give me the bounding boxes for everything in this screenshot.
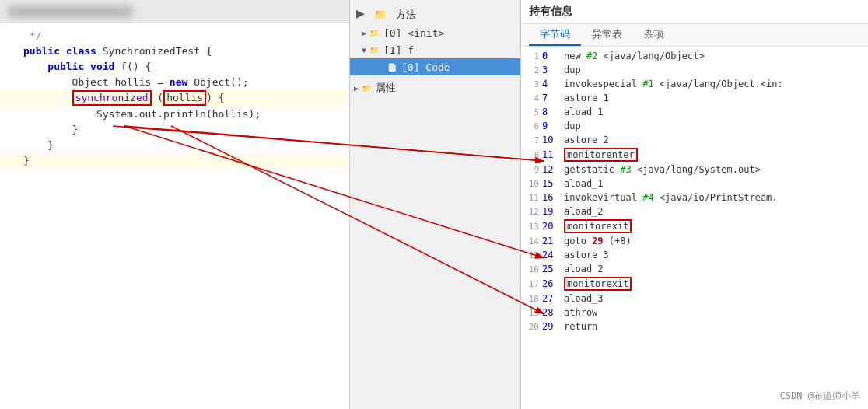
code-line-close2: }	[0, 138, 349, 153]
code-line-comment: */	[0, 27, 349, 43]
watermark: CSDN @布道师小羊	[780, 390, 860, 403]
bc-row-15: 15 24 astore_3	[521, 248, 868, 262]
code-top-bar	[0, 0, 349, 23]
arrow-right-properties-icon: ▶	[354, 84, 359, 93]
bc-row-2: 2 3 dup	[521, 63, 868, 77]
tree-item-properties[interactable]: ▶ 📁 属性	[350, 79, 520, 97]
code-line-method: public void f() {	[0, 58, 349, 74]
bc-row-6: 6 9 dup	[521, 119, 868, 133]
code-line-synchronized: synchronized (hollis) {	[0, 89, 349, 107]
top-blur-bar	[8, 5, 132, 18]
tab-bytecode[interactable]: 字节码	[529, 24, 581, 46]
bc-row-16: 16 25 aload_2	[521, 262, 868, 276]
folder-icon-f: 📁	[368, 44, 380, 56]
bc-row-3: 3 4 invokespecial #1 <java/lang/Object.<…	[521, 77, 868, 91]
code-line-class: public class SynchronizedTest {	[0, 43, 349, 58]
bc-row-11: 11 16 invokevirtual #4 <java/io/PrintStr…	[521, 191, 868, 204]
right-panel: 持有信息 字节码 异常表 杂项 1 0 new #2 <java/lang/Ob…	[521, 0, 868, 409]
bc-row-12: 12 19 aload_2	[521, 204, 868, 218]
bc-row-20: 20 29 return	[521, 320, 868, 334]
bc-row-4: 4 7 astore_1	[521, 91, 868, 105]
tree-label-f: [1] f	[383, 44, 414, 56]
code-line-sysout: System.out.println(hollis);	[0, 107, 349, 122]
tree-panel: ▶ 📁 方法 ▶ 📁 [0] <init> ▼ 📁 [1] f 📄 [0] Co…	[350, 0, 521, 409]
bc-row-1: 1 0 new #2 <java/lang/Object>	[521, 49, 868, 63]
bc-row-9: 9 12 getstatic #3 <java/lang/System.out>	[521, 163, 868, 177]
code-panel: */ public class SynchronizedTest { publi…	[0, 0, 350, 409]
tab-misc[interactable]: 杂项	[633, 24, 675, 46]
tree-label-properties: 属性	[376, 81, 396, 95]
bc-row-14: 14 21 goto 29 (+8)	[521, 234, 868, 248]
arrow-down-icon: ▼	[362, 46, 366, 54]
folder-icon-init: 📁	[368, 26, 380, 39]
code-line-close3: }	[0, 153, 349, 169]
bytecode-content: 1 0 new #2 <java/lang/Object> 2 3 dup 3 …	[521, 47, 868, 409]
code-line-object: Object hollis = new Object();	[0, 74, 349, 89]
bc-row-10: 10 15 aload_1	[521, 177, 868, 191]
bc-row-8: 8 11 monitorenter	[521, 147, 868, 163]
bc-row-18: 18 27 aload_3	[521, 292, 868, 306]
bc-row-7: 7 10 astore_2	[521, 133, 868, 147]
folder-icon-methods: 📁	[374, 9, 387, 20]
folder-icon-properties: 📁	[360, 82, 373, 94]
tree-label-code: [0] Code	[401, 61, 450, 73]
bc-row-13: 13 20 monitorexit	[521, 218, 868, 234]
tab-exceptions[interactable]: 异常表	[581, 24, 633, 46]
methods-label: 方法	[396, 9, 416, 20]
arrow-right-icon: ▶	[362, 29, 366, 37]
code-line-close1: }	[0, 122, 349, 138]
code-content: */ public class SynchronizedTest { publi…	[0, 23, 349, 173]
bc-row-5: 5 8 aload_1	[521, 105, 868, 119]
bc-row-19: 19 28 athrow	[521, 306, 868, 320]
tree-item-f[interactable]: ▼ 📁 [1] f	[350, 41, 520, 58]
tree-item-init[interactable]: ▶ 📁 [0] <init>	[350, 24, 520, 41]
tree-label-init: [0] <init>	[383, 27, 444, 39]
methods-section-header: ▶ 📁 方法	[350, 0, 520, 24]
bc-row-17: 17 26 monitorexit	[521, 276, 868, 292]
tree-item-code[interactable]: 📄 [0] Code	[350, 58, 520, 75]
right-panel-header: 持有信息	[521, 0, 868, 24]
folder-icon-code: 📄	[386, 61, 398, 73]
right-tabs: 字节码 异常表 杂项	[521, 24, 868, 47]
